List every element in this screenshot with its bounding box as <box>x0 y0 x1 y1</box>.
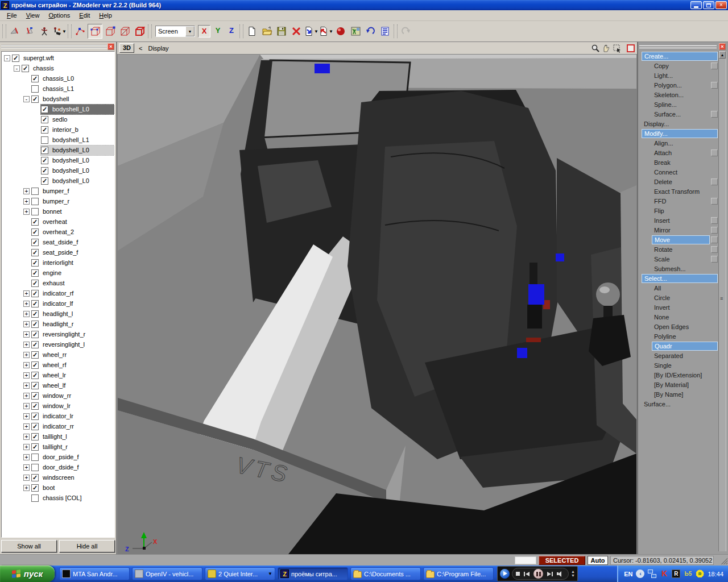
tree-expander[interactable]: + <box>23 485 30 491</box>
new-file-button[interactable] <box>245 24 259 39</box>
tree-row[interactable]: bodyshell_L1 <box>2 135 114 145</box>
command-item[interactable]: Light... <box>639 70 718 80</box>
command-item-label[interactable]: All <box>652 284 718 292</box>
tree-expander[interactable]: + <box>23 188 30 194</box>
scrollbar-grip[interactable]: ≡ <box>720 296 722 301</box>
tree-row[interactable]: + bonnet <box>2 206 114 217</box>
tree-expander[interactable]: + <box>23 352 30 358</box>
tree-label[interactable]: indicator_lr <box>41 412 75 420</box>
tree-expander[interactable]: - <box>4 55 10 61</box>
command-item[interactable]: Display... <box>639 119 718 128</box>
tree-label[interactable]: chassis [COL] <box>41 494 83 502</box>
tree-label[interactable]: supergt.wft <box>22 54 56 62</box>
tree-checkbox[interactable] <box>31 198 39 205</box>
language-indicator[interactable]: EN <box>624 571 632 577</box>
command-item-option-box[interactable] <box>711 82 718 89</box>
tree-row[interactable]: + ✓ wheel_lr <box>2 370 114 380</box>
tree-row[interactable]: + ✓ headlight_l <box>2 309 114 319</box>
resize-grip[interactable] <box>719 556 727 564</box>
tree-checkbox[interactable]: ✓ <box>31 259 39 267</box>
command-item-label[interactable]: Break <box>652 159 718 167</box>
command-item-option-box[interactable] <box>711 198 718 205</box>
command-item-label[interactable]: Surface... <box>642 400 718 408</box>
tree-expander[interactable]: + <box>23 403 30 409</box>
command-item[interactable]: Delete <box>639 177 718 186</box>
close-button[interactable]: × <box>715 1 727 9</box>
viewport-3d-tab[interactable]: 3D <box>119 43 134 53</box>
tree-label[interactable]: indicator_lf <box>41 300 75 307</box>
tree-expander[interactable]: + <box>23 321 30 327</box>
tree-checkbox[interactable]: ✓ <box>31 402 39 410</box>
material-editor-button[interactable] <box>333 24 348 39</box>
hide-all-button[interactable]: Hide all <box>59 540 115 552</box>
command-item[interactable]: Single <box>639 360 718 370</box>
tree-row[interactable]: - ✓ chassis <box>2 63 114 73</box>
menu-file[interactable]: File <box>2 11 22 20</box>
tree-row[interactable]: + door_pside_f <box>2 452 114 462</box>
command-item[interactable]: Submesh... <box>639 264 718 273</box>
tree-row[interactable]: ✓ engine <box>2 268 114 278</box>
panel-close-button[interactable]: × <box>107 43 114 50</box>
command-item[interactable]: All <box>639 283 718 293</box>
command-item-label[interactable]: Insert <box>652 217 710 225</box>
save-file-button[interactable] <box>274 24 289 39</box>
command-item[interactable]: Open Edges <box>639 322 718 331</box>
command-item-option-box[interactable] <box>711 217 718 224</box>
command-item[interactable]: Spline... <box>639 99 718 109</box>
command-item-label[interactable]: Copy <box>652 62 710 70</box>
tree-checkbox[interactable]: ✓ <box>41 147 48 154</box>
tree-checkbox[interactable]: ✓ <box>31 310 39 318</box>
command-item-label[interactable]: Delete <box>652 178 710 186</box>
tree-row[interactable]: + ✓ reversinglight_r <box>2 329 114 339</box>
tree-checkbox[interactable]: ✓ <box>31 423 39 430</box>
tree-label[interactable]: window_rr <box>41 392 73 400</box>
document-info-button[interactable] <box>378 24 392 39</box>
tree-label[interactable]: bodyshell_L1 <box>51 136 91 144</box>
command-item[interactable]: Scale <box>639 254 718 264</box>
tree-label[interactable]: interiorlight <box>41 259 75 267</box>
tree-row[interactable]: + ✓ taillight_l <box>2 431 114 442</box>
command-item-label[interactable]: Mirror <box>652 226 710 234</box>
cube-mode-4-button[interactable] <box>132 24 147 39</box>
tree-checkbox[interactable] <box>31 188 39 195</box>
tree-row[interactable]: + ✓ headlight_r <box>2 319 114 329</box>
command-item-label[interactable]: Select... <box>642 274 718 283</box>
tree-row[interactable]: + ✓ boot <box>2 483 114 493</box>
viewport-canvas[interactable]: VTS <box>117 55 637 554</box>
tree-label[interactable]: bodyshell_L0 <box>51 177 91 185</box>
tree-row[interactable]: ✓ interiorlight <box>2 257 114 268</box>
tree-row[interactable]: ✓ interior_b <box>2 124 114 135</box>
show-all-button[interactable]: Show all <box>1 540 57 552</box>
tree-checkbox[interactable]: ✓ <box>41 106 48 113</box>
pin-tool-button[interactable] <box>7 24 22 39</box>
tree-checkbox[interactable]: ✓ <box>31 372 39 379</box>
tree-checkbox[interactable] <box>31 85 39 93</box>
axis-y-button[interactable]: Y <box>212 25 224 38</box>
command-item[interactable]: Connect <box>639 167 718 177</box>
command-item[interactable]: Break <box>639 157 718 167</box>
tree-expander[interactable]: + <box>23 464 30 471</box>
tree-label[interactable]: wheel_rf <box>41 361 68 369</box>
tree-row[interactable]: ✓ overheat <box>2 217 114 227</box>
tree-row[interactable]: ✓ bodyshell_L0 <box>2 165 114 176</box>
tree-label[interactable]: chassis_L1 <box>41 85 76 93</box>
tree-label[interactable]: chassis <box>31 64 56 72</box>
tree-checkbox[interactable]: ✓ <box>31 392 39 400</box>
tree-label[interactable]: reversinglight_r <box>41 330 87 338</box>
command-item-label[interactable]: Single <box>652 361 718 369</box>
menu-help[interactable]: Help <box>94 11 117 20</box>
tree-checkbox[interactable] <box>31 454 39 461</box>
tree-expander[interactable]: + <box>23 444 30 450</box>
scroll-up-icon[interactable]: ▲ <box>719 51 726 59</box>
command-item-label[interactable]: Move <box>652 235 710 244</box>
tree-row[interactable]: + ✓ indicator_lr <box>2 411 114 421</box>
tree-row[interactable]: + bumper_r <box>2 196 114 206</box>
command-item-label[interactable]: Polyline <box>652 332 718 340</box>
tree-checkbox[interactable]: ✓ <box>31 290 39 297</box>
tree-checkbox[interactable]: ✓ <box>31 351 39 359</box>
tree-checkbox[interactable]: ✓ <box>41 126 48 134</box>
tree-expander[interactable]: + <box>23 311 30 317</box>
tree-expander[interactable]: + <box>23 342 30 348</box>
command-item[interactable]: Modify... <box>639 128 718 138</box>
tree-label[interactable]: bonnet <box>41 207 64 215</box>
